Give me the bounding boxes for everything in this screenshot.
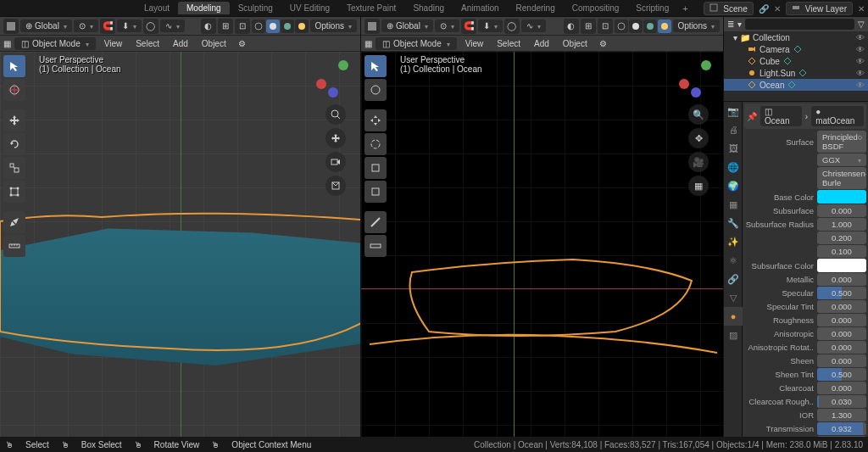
editor-type-icon[interactable] (364, 19, 380, 34)
tab-scene[interactable]: 🌐 (724, 158, 743, 176)
prop-value-sub[interactable]: 0.200 (817, 232, 866, 244)
prop-value-sheen-tint[interactable]: 0.500 (817, 368, 866, 381)
prop-value-anisotropic-rotat--[interactable]: 0.000 (817, 341, 866, 354)
tab-output[interactable]: 🖨 (724, 120, 743, 139)
prop-value-specular-tint[interactable]: 0.000 (817, 300, 866, 313)
workspace-sculpting[interactable]: Sculpting (230, 2, 281, 14)
menu-file[interactable]: File (20, 3, 49, 14)
outliner-mode-icon[interactable]: ▾ (737, 20, 742, 29)
outliner-item-light-sun[interactable]: Light.Sun 👁 (724, 67, 868, 79)
nav-gizmo[interactable] (677, 55, 720, 98)
zoom-icon[interactable]: 🔍 (688, 104, 709, 125)
outliner-collection[interactable]: ▾ 📁 Collection 👁 (724, 31, 868, 43)
proportional-toggle[interactable]: ◯ (504, 19, 520, 34)
workspace-modeling[interactable]: Modeling (178, 2, 230, 14)
tool-move[interactable] (3, 109, 25, 131)
tab-modifier[interactable]: 🔧 (724, 214, 743, 232)
workspace-animation[interactable]: Animation (453, 2, 507, 14)
scene-link-icon[interactable]: 🔗 (759, 4, 769, 14)
filter-icon[interactable]: ⚙ (238, 39, 246, 48)
visibility-icon[interactable]: 👁 (856, 81, 865, 90)
orientation-dropdown[interactable]: ⊕ Global (381, 20, 433, 32)
snap-toggle[interactable]: 🧲 (100, 19, 115, 34)
prop-value-specular[interactable]: 0.500 (817, 287, 866, 299)
outliner-item-cube[interactable]: Cube 👁 (724, 55, 868, 67)
distribution-dropdown[interactable]: GGX (817, 153, 866, 166)
orientation-dropdown[interactable]: ⊕ Global (20, 20, 72, 32)
tab-mesh[interactable]: ▽ (724, 288, 743, 307)
outliner-search[interactable] (745, 19, 854, 30)
snap-toggle[interactable]: 🧲 (461, 19, 476, 34)
surface-shader-dropdown[interactable]: Principled BSDF○ (817, 131, 866, 153)
pan-icon[interactable]: ✥ (688, 128, 709, 148)
prop-value-sheen[interactable]: 0.000 (817, 354, 866, 367)
tool-cursor[interactable] (3, 79, 25, 101)
camera-view-icon[interactable]: 🎥 (688, 152, 709, 172)
tool-scale[interactable] (3, 157, 25, 179)
proportional-toggle[interactable]: ◯ (143, 19, 159, 34)
workspace-rendering[interactable]: Rendering (508, 2, 564, 14)
filter-icon[interactable]: ⚙ (599, 39, 607, 48)
breadcrumb-material[interactable]: ● matOcean (811, 106, 864, 126)
workspace-uv-editing[interactable]: UV Editing (281, 2, 338, 14)
tool-transform[interactable] (364, 181, 387, 203)
pivot-dropdown[interactable]: ⊙ (435, 20, 459, 32)
snap-dropdown[interactable]: ⬇ (117, 20, 142, 32)
tab-world[interactable]: 🌍 (724, 176, 743, 195)
proportional-dropdown[interactable]: ∿ (160, 20, 185, 32)
prop-value-roughness[interactable]: 0.000 (817, 314, 866, 326)
xray-toggle[interactable]: ⊡ (598, 19, 613, 34)
color-swatch-subsurface-color[interactable] (817, 259, 866, 272)
shading-solid[interactable] (266, 20, 280, 33)
editor-type-icon[interactable] (3, 19, 19, 34)
pivot-dropdown[interactable]: ⊙ (74, 20, 98, 32)
outliner-item-camera[interactable]: Camera 👁 (724, 43, 868, 55)
shading-wireframe[interactable] (252, 20, 265, 33)
viewport-right-canvas[interactable]: User Perspective (1) Collection | Ocean (361, 52, 723, 437)
shading-matprev[interactable] (643, 20, 657, 33)
prop-value-anisotropic[interactable]: 0.000 (817, 327, 866, 340)
viewport-left-canvas[interactable]: User Perspective (1) Collection | Ocean (0, 52, 360, 437)
tool-measure[interactable] (3, 235, 25, 257)
tab-viewlayer[interactable]: 🖼 (724, 139, 743, 158)
menu-add[interactable]: Add (168, 39, 193, 48)
menu-view[interactable]: View (99, 39, 128, 48)
shading-wireframe[interactable] (615, 20, 628, 33)
options-dropdown[interactable]: Options (310, 20, 357, 32)
viewlayer-field[interactable]: View Layer (786, 2, 853, 15)
shading-solid[interactable] (629, 20, 643, 33)
shading-matprev[interactable] (281, 20, 294, 33)
editor-sub-icon[interactable]: ▦ (3, 39, 11, 48)
camera-view-icon[interactable] (326, 152, 346, 172)
tab-material[interactable]: ● (724, 307, 743, 326)
overlay-toggle[interactable]: ⊞ (218, 19, 233, 34)
prop-value-ior[interactable]: 1.300 (817, 409, 866, 421)
color-swatch-base-color[interactable] (817, 190, 866, 204)
tab-particle[interactable]: ✨ (724, 232, 743, 251)
prop-value-sub[interactable]: 0.100 (817, 245, 866, 258)
zoom-icon[interactable] (326, 104, 346, 125)
workspace-shading[interactable]: Shading (404, 2, 453, 14)
tool-transform[interactable] (3, 181, 25, 203)
prop-value-clearcoat-rough--[interactable]: 0.030 (817, 395, 866, 408)
scene-close-icon[interactable]: ✕ (774, 4, 781, 14)
tab-render[interactable]: 📷 (724, 102, 743, 120)
menu-render[interactable]: Render (79, 3, 123, 14)
outliner-item-ocean[interactable]: Ocean 👁 (724, 79, 868, 91)
menu-edit[interactable]: Edit (49, 3, 79, 14)
xray-toggle[interactable]: ⊡ (235, 19, 250, 34)
visibility-icon[interactable]: 👁 (856, 69, 865, 78)
tool-cursor[interactable] (364, 79, 387, 101)
pin-icon[interactable]: 📌 (747, 112, 757, 121)
pan-icon[interactable] (326, 128, 346, 148)
menu-select[interactable]: Select (131, 39, 164, 48)
visibility-icon[interactable]: 👁 (856, 45, 865, 54)
workspace-scripting[interactable]: Scripting (627, 2, 677, 14)
tab-constraint[interactable]: 🔗 (724, 270, 743, 288)
menu-add[interactable]: Add (529, 39, 554, 48)
tab-physics[interactable]: ⚛ (724, 251, 743, 270)
menu-object[interactable]: Object (197, 39, 231, 48)
nav-gizmo[interactable] (314, 55, 357, 98)
shading-rendered[interactable] (295, 20, 309, 33)
mode-dropdown[interactable]: ◫ Object Mode (376, 37, 457, 50)
